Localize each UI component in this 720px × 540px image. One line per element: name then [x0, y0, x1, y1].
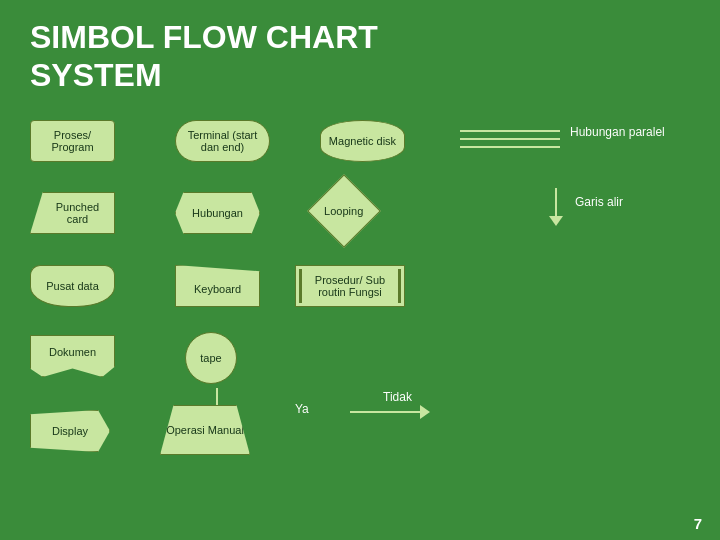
keyboard-shape: Keyboard: [175, 265, 260, 307]
hubungan-paralel-label: [460, 130, 560, 148]
hubungan-shape: Hubungan: [175, 192, 260, 234]
tidak-label: Tidak: [383, 390, 412, 404]
page-title: SIMBOL FLOW CHART SYSTEM: [0, 0, 720, 105]
pusat-data-shape: Pusat data: [30, 265, 115, 307]
prosedur-shape: Prosedur/ Sub routin Fungsi: [295, 265, 405, 307]
dokumen-shape: Dokumen: [30, 335, 115, 377]
tape-shape: tape: [185, 332, 237, 384]
terminal-shape: Terminal (start dan end): [175, 120, 270, 162]
magnetic-disk-shape: Magnetic disk: [320, 120, 405, 162]
page-number: 7: [694, 515, 702, 532]
looping-shape: Looping: [307, 174, 381, 248]
garis-alir-label: Garis alir: [575, 195, 623, 209]
ya-label: Ya: [295, 402, 309, 416]
punched-card-shape: Punched card: [30, 192, 115, 234]
proses-shape: Proses/ Program: [30, 120, 115, 162]
display-shape: Display: [30, 410, 110, 452]
operasi-manual-shape: Operasi Manual: [160, 405, 250, 455]
hubungan-paralel-text: Hubungan paralel: [570, 125, 665, 139]
garis-alir-arrow: [549, 188, 563, 226]
tidak-arrow: [350, 405, 430, 419]
